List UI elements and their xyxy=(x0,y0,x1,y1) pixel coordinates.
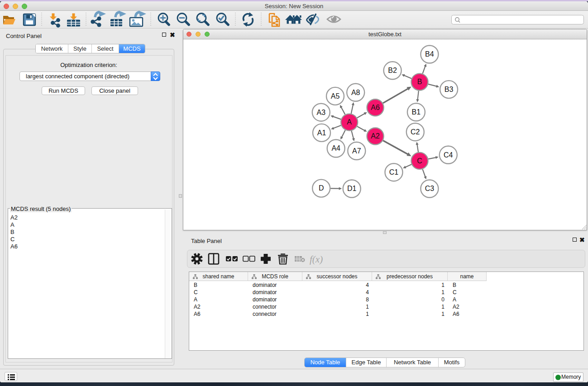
svg-text:C1: C1 xyxy=(389,168,399,176)
svg-text:C3: C3 xyxy=(425,185,435,192)
svg-text:A1: A1 xyxy=(317,129,326,137)
svg-text:B1: B1 xyxy=(412,108,421,116)
svg-text:A6: A6 xyxy=(371,104,380,111)
svg-text:B: B xyxy=(417,78,422,86)
svg-text:D1: D1 xyxy=(347,185,357,192)
svg-text:A8: A8 xyxy=(351,89,360,96)
svg-text:f(x): f(x) xyxy=(310,254,323,265)
svg-text:A5: A5 xyxy=(331,92,340,100)
svg-text:C4: C4 xyxy=(444,151,453,159)
svg-text:B2: B2 xyxy=(388,67,397,74)
svg-text:A2: A2 xyxy=(371,132,380,140)
svg-text:C2: C2 xyxy=(411,128,420,136)
svg-text:C: C xyxy=(417,157,422,165)
svg-text:B3: B3 xyxy=(445,86,454,93)
svg-text:A3: A3 xyxy=(317,109,326,116)
svg-text:A: A xyxy=(347,118,352,126)
svg-text:A7: A7 xyxy=(352,147,361,155)
svg-text:B4: B4 xyxy=(425,50,434,58)
svg-text:A4: A4 xyxy=(331,144,340,152)
svg-text:D: D xyxy=(319,184,324,192)
